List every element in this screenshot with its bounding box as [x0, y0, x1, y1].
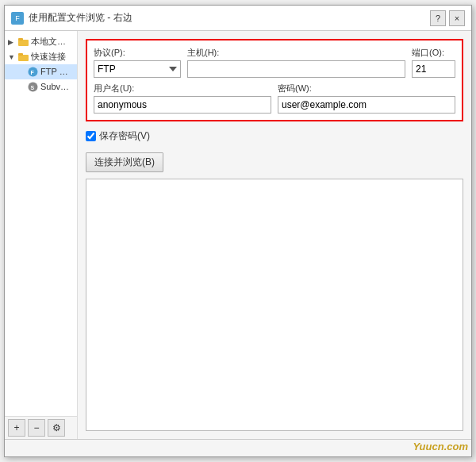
svg-text:S: S	[30, 84, 34, 90]
sidebar-item-subversion[interactable]: S Subvers…	[5, 79, 77, 94]
main-window: F 使用配置文件浏览 - 右边 ? × ▶ 本地文件系 ▼	[4, 5, 472, 457]
title-bar-controls: ? ×	[430, 10, 465, 26]
app-icon: F	[11, 12, 24, 25]
protocol-select[interactable]: FTP SFTP FTPS HTTP	[94, 60, 181, 78]
host-input[interactable]	[187, 60, 405, 78]
svg-text:F: F	[30, 70, 34, 75]
window-body: ▶ 本地文件系 ▼ 快速连接	[5, 31, 471, 439]
password-label: 密码(W):	[278, 83, 455, 94]
protocol-group: 协议(P): FTP SFTP FTPS HTTP	[94, 47, 181, 78]
user-label: 用户名(U):	[94, 83, 271, 94]
protocol-label: 协议(P):	[94, 47, 181, 59]
sidebar-item-quick-connect[interactable]: ▼ 快速连接	[5, 49, 77, 64]
title-bar-left: F 使用配置文件浏览 - 右边	[11, 11, 132, 25]
tree-arrow-local: ▶	[8, 38, 17, 46]
sidebar-tree: ▶ 本地文件系 ▼ 快速连接	[5, 31, 77, 416]
svg-rect-0	[18, 40, 29, 46]
main-content: 协议(P): FTP SFTP FTPS HTTP 主机(H): 端口(O	[78, 31, 471, 439]
connect-btn-container: 连接并浏览(B)	[86, 151, 463, 172]
title-bar: F 使用配置文件浏览 - 右边 ? ×	[5, 6, 471, 31]
sidebar-item-label-subversion: Subvers…	[40, 82, 74, 91]
remove-button[interactable]: −	[28, 419, 45, 437]
subversion-icon: S	[27, 81, 38, 92]
port-label: 端口(O):	[412, 47, 455, 59]
svg-rect-2	[18, 55, 29, 61]
save-password-label[interactable]: 保存密码(V)	[99, 129, 150, 143]
sidebar-item-label-local: 本地文件系	[31, 36, 74, 48]
port-group: 端口(O):	[412, 47, 455, 78]
sidebar-item-local-files[interactable]: ▶ 本地文件系	[5, 34, 77, 49]
folder-open-icon	[17, 52, 29, 63]
svg-rect-3	[18, 53, 23, 56]
close-button[interactable]: ×	[449, 10, 465, 26]
connect-browse-button[interactable]: 连接并浏览(B)	[86, 152, 163, 172]
sidebar-item-label-quick: 快速连接	[31, 51, 66, 63]
browse-area	[86, 179, 463, 431]
folder-icon	[17, 37, 29, 48]
host-group: 主机(H):	[187, 47, 405, 78]
form-row-credentials: 用户名(U): 密码(W):	[94, 83, 455, 114]
user-input[interactable]	[94, 96, 271, 114]
save-password-row: 保存密码(V)	[86, 128, 463, 144]
password-input[interactable]	[278, 96, 455, 114]
settings-button[interactable]: ⚙	[48, 419, 65, 437]
window-title: 使用配置文件浏览 - 右边	[29, 11, 132, 25]
port-input[interactable]	[412, 60, 455, 78]
sidebar: ▶ 本地文件系 ▼ 快速连接	[5, 31, 78, 439]
help-button[interactable]: ?	[430, 10, 446, 26]
form-row-connection: 协议(P): FTP SFTP FTPS HTTP 主机(H): 端口(O	[94, 47, 455, 78]
add-button[interactable]: +	[8, 419, 25, 437]
sidebar-item-ftp-config[interactable]: F FTP 配置	[5, 64, 77, 79]
user-group: 用户名(U):	[94, 83, 271, 114]
ftp-icon: F	[27, 67, 38, 78]
svg-rect-1	[18, 38, 23, 40]
sidebar-toolbar: + − ⚙	[5, 416, 77, 439]
save-password-checkbox[interactable]	[86, 131, 96, 141]
sidebar-item-label-ftp: FTP 配置	[40, 66, 74, 78]
host-label: 主机(H):	[187, 47, 405, 59]
config-section: 协议(P): FTP SFTP FTPS HTTP 主机(H): 端口(O	[86, 39, 463, 121]
password-group: 密码(W):	[278, 83, 455, 114]
status-bar	[5, 439, 471, 456]
tree-arrow-quick: ▼	[8, 53, 17, 61]
